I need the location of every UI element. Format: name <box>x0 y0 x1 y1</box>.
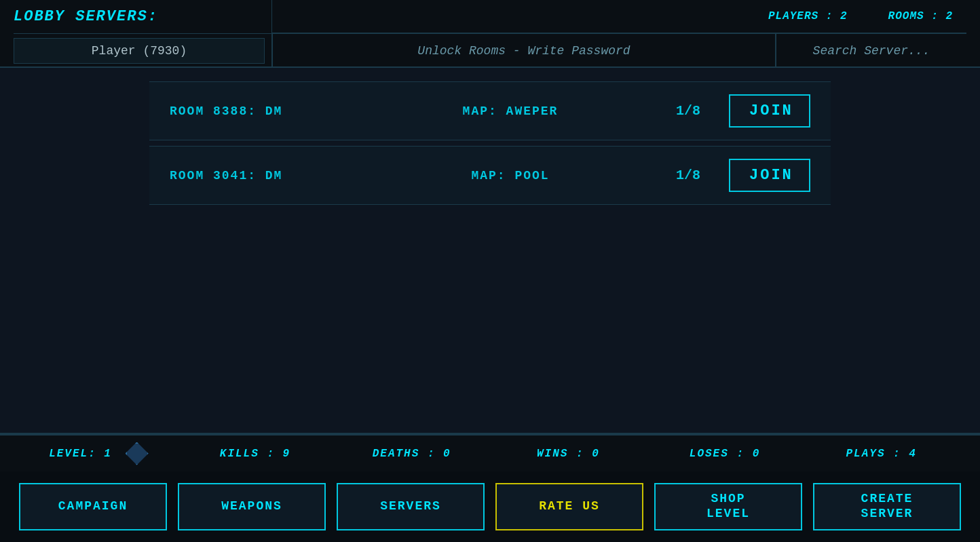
join-button-2[interactable]: JOIN <box>729 159 810 192</box>
room-map-2: MAP: POOL <box>373 169 647 182</box>
lobby-servers-title: LOBBY SERVERS: <box>14 8 271 25</box>
level-icon <box>126 442 149 465</box>
room-list: ROOM 8388: DM MAP: AWEPER 1/8 JOIN ROOM … <box>0 68 980 218</box>
stat-plays: PLAYS : 4 <box>803 448 960 460</box>
table-row: ROOM 3041: DM MAP: POOL 1/8 JOIN <box>149 146 831 205</box>
rate-us-button[interactable]: RATE US <box>495 483 643 530</box>
room-map-1: MAP: AWEPER <box>373 104 647 118</box>
join-button-1[interactable]: JOIN <box>729 94 810 128</box>
campaign-button[interactable]: CAMPAIGN <box>19 483 167 530</box>
footer-buttons-bar: CAMPAIGN WEAPONS SERVERS RATE US SHOP LE… <box>0 471 980 542</box>
room-name-2: ROOM 3041: DM <box>170 169 360 182</box>
create-server-button[interactable]: CREATE SERVER <box>813 483 961 530</box>
rooms-count: ROOMS : 2 <box>888 10 953 22</box>
room-players-1: 1/8 <box>661 103 715 119</box>
stat-level: LEVEL: 1 <box>20 442 177 465</box>
unlock-rooms-input[interactable]: Unlock Rooms - Write Password <box>272 34 776 68</box>
stat-kills: KILLS : 9 <box>177 448 334 460</box>
stat-wins: WINS : 0 <box>490 448 647 460</box>
player-name: Player (7930) <box>14 38 265 64</box>
room-name-1: ROOM 8388: DM <box>170 104 360 118</box>
servers-button[interactable]: SERVERS <box>337 483 485 530</box>
table-row: ROOM 8388: DM MAP: AWEPER 1/8 JOIN <box>149 81 831 140</box>
header: LOBBY SERVERS: Player (7930) PLAYERS : 2… <box>0 0 980 68</box>
weapons-button[interactable]: WEAPONS <box>178 483 326 530</box>
main-area: ROOM 8388: DM MAP: AWEPER 1/8 JOIN ROOM … <box>0 68 980 434</box>
players-count: PLAYERS : 2 <box>768 10 848 22</box>
room-players-2: 1/8 <box>661 168 715 183</box>
stat-loses: LOSES : 0 <box>647 448 804 460</box>
stat-deaths: DEATHS : 0 <box>333 448 490 460</box>
footer-stats-bar: LEVEL: 1 KILLS : 9 DEATHS : 0 WINS : 0 L… <box>0 434 980 471</box>
shop-level-button[interactable]: SHOP LEVEL <box>654 483 802 530</box>
search-server-input[interactable]: Search Server... <box>776 37 966 64</box>
